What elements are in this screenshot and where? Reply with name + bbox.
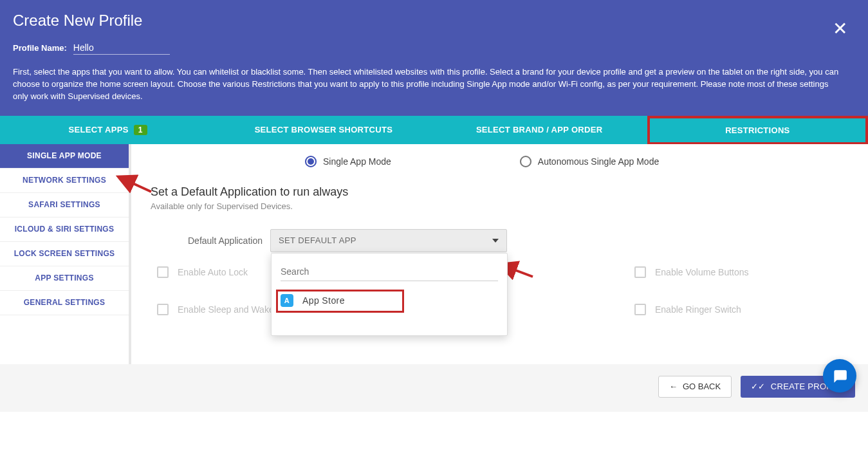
checkbox-icon: [157, 304, 169, 315]
dropdown-search-input[interactable]: [281, 263, 498, 281]
header-description: First, select the apps that you want to …: [13, 66, 843, 103]
close-icon[interactable]: ✕: [833, 18, 847, 39]
checkbox-label: Enable Volume Buttons: [655, 267, 749, 277]
app-mode-radio-group: Single App Mode Autonomous Single App Mo…: [151, 156, 849, 167]
dropdown-option-label: App Store: [302, 295, 345, 306]
sidebar-item-general-settings[interactable]: GENERAL SETTINGS: [0, 291, 129, 315]
section-subtitle: Available only for Supervised Devices.: [151, 201, 849, 211]
sidebar-item-single-app-mode[interactable]: SINGLE APP MODE: [0, 144, 129, 169]
tabs-bar: SELECT APPS 1 SELECT BROWSER SHORTCUTS S…: [0, 116, 868, 144]
apps-count-badge: 1: [134, 125, 147, 135]
chat-widget-button[interactable]: [823, 359, 856, 393]
default-application-dropdown: App Store: [271, 253, 508, 336]
profile-name-input[interactable]: [73, 41, 170, 55]
sidebar-item-lock-screen-settings[interactable]: LOCK SCREEN SETTINGS: [0, 242, 129, 266]
dropdown-option-app-store[interactable]: App Store: [272, 288, 507, 313]
tab-brand-order[interactable]: SELECT BRAND / APP ORDER: [432, 116, 647, 144]
radio-autonomous-single-app-mode[interactable]: Autonomous Single App Mode: [520, 156, 659, 167]
radio-label: Single App Mode: [323, 156, 391, 167]
content: SINGLE APP MODE NETWORK SETTINGS SAFARI …: [0, 144, 868, 364]
dropdown-search-row: [272, 254, 507, 288]
checkbox-icon: [634, 266, 646, 278]
checkbox-icon: [157, 266, 169, 278]
default-application-select[interactable]: SET DEFAULT APP App Store: [270, 229, 507, 252]
check-all-icon: ✓✓: [751, 382, 766, 391]
checkbox-icon: [634, 304, 646, 315]
tab-browser-shortcuts[interactable]: SELECT BROWSER SHORTCUTS: [216, 116, 431, 144]
checkbox-label: Enable Sleep and Wake: [178, 304, 274, 315]
sidebar-item-safari-settings[interactable]: SAFARI SETTINGS: [0, 193, 129, 217]
checkbox-label: Enable Ringer Switch: [655, 304, 741, 315]
button-label: GO BACK: [683, 382, 721, 391]
page-title: Create New Profile: [13, 12, 855, 30]
tab-label: SELECT APPS: [69, 125, 129, 134]
footer-divider: [0, 412, 868, 453]
app-store-icon: [281, 294, 293, 307]
select-placeholder: SET DEFAULT APP: [279, 236, 356, 245]
arrow-left-icon: ←: [669, 382, 678, 391]
main-panel: Single App Mode Autonomous Single App Mo…: [129, 144, 868, 364]
tab-select-apps[interactable]: SELECT APPS 1: [0, 116, 216, 144]
footer: ← GO BACK ✓✓ CREATE PROFILE: [0, 364, 868, 409]
sidebar-item-network-settings[interactable]: NETWORK SETTINGS: [0, 169, 129, 193]
radio-single-app-mode[interactable]: Single App Mode: [305, 156, 391, 167]
chevron-down-icon: [492, 239, 499, 243]
profile-name-row: Profile Name:: [13, 41, 855, 55]
tab-restrictions[interactable]: RESTRICTIONS: [647, 116, 868, 144]
checkbox-label: Enable Auto Lock: [178, 267, 248, 277]
sidebar-item-app-settings[interactable]: APP SETTINGS: [0, 266, 129, 291]
section-title: Set a Default Application to run always: [151, 185, 849, 199]
sidebar-item-icloud-siri-settings[interactable]: ICLOUD & SIRI SETTINGS: [0, 217, 129, 242]
default-application-label: Default Application: [188, 236, 263, 246]
checkbox-enable-volume-buttons[interactable]: Enable Volume Buttons: [634, 266, 749, 278]
go-back-button[interactable]: ← GO BACK: [658, 376, 732, 398]
header: Create New Profile ✕ Profile Name: First…: [0, 0, 868, 116]
default-application-row: Default Application SET DEFAULT APP App …: [151, 229, 849, 252]
checkbox-enable-ringer-switch[interactable]: Enable Ringer Switch: [634, 304, 741, 315]
profile-name-label: Profile Name:: [13, 43, 67, 53]
radio-icon: [520, 156, 531, 167]
chat-icon: [831, 367, 848, 384]
radio-label: Autonomous Single App Mode: [538, 156, 659, 167]
sidebar: SINGLE APP MODE NETWORK SETTINGS SAFARI …: [0, 144, 129, 364]
radio-icon: [305, 156, 317, 167]
